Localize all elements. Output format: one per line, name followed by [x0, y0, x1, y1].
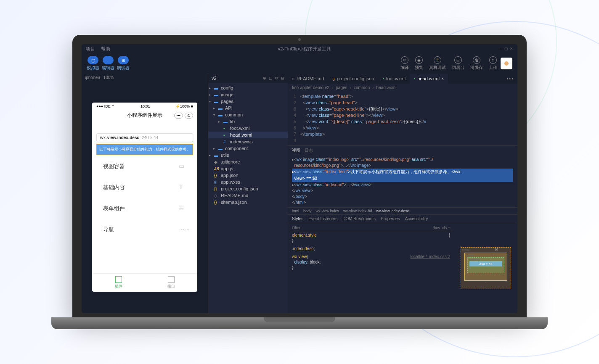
editor-tab[interactable]: ▪head.wxml× — [410, 74, 448, 84]
tree-item[interactable]: ▸▬component — [208, 145, 288, 152]
menu-item[interactable]: 视图容器▭ — [96, 157, 193, 176]
menu-item[interactable]: 基础内容𝕋 — [96, 178, 193, 197]
phone-tabbar: 组件接口 — [92, 273, 197, 292]
tab-overflow-icon[interactable]: ••• — [503, 76, 517, 81]
phone-navbar: 小程序组件展示 •••⊙ — [92, 110, 197, 121]
phone-preview[interactable]: ●●● IDE ⌃ 10:01 ⚡100% ■ 小程序组件展示 •••⊙ wx-… — [92, 103, 197, 292]
editor-tab[interactable]: {}project.config.json — [328, 74, 378, 84]
code-editor[interactable]: 1<template name="head">2 <view class="pa… — [288, 92, 517, 145]
phone-title: 小程序组件展示 — [127, 112, 162, 119]
devtools-tab[interactable]: 日志 — [305, 148, 313, 153]
toolbar-编辑器[interactable]: 编辑器 — [102, 56, 114, 71]
styles-filter-input[interactable] — [292, 226, 433, 230]
menu-project[interactable]: 项目 — [86, 46, 95, 52]
sim-device[interactable]: iphone6 — [85, 75, 100, 80]
add-rule-icon[interactable]: + — [448, 226, 450, 230]
phone-tab[interactable]: 接口 — [145, 274, 197, 292]
menu-item[interactable]: 表单组件☰ — [96, 199, 193, 218]
tree-item[interactable]: #index.wxss — [208, 138, 288, 145]
toolbar: ▢模拟器编辑器⊞调试器 ⟳编译◉预览📱真机调试⊟切后台🗑清缓存↥上传 — [82, 53, 517, 74]
toolbar-清缓存[interactable]: 🗑清缓存 — [470, 56, 483, 71]
crumb-item[interactable]: wx-view.index-hd — [343, 209, 372, 213]
window-title: v2-FinClip小程序开发工具 — [278, 46, 331, 52]
menubar: 项目 帮助 v2-FinClip小程序开发工具 —▢✕ — [82, 44, 517, 53]
menu-item[interactable]: 导航∘∘∘ — [96, 220, 193, 239]
crumb-item[interactable]: body — [303, 209, 312, 213]
tree-item[interactable]: {}project.config.json — [208, 185, 288, 192]
editor-tab[interactable]: ▪foot.wxml — [378, 74, 410, 84]
capsule-menu[interactable]: ••• — [174, 113, 183, 119]
elements-breadcrumb[interactable]: htmlbodywx-view.indexwx-view.index-hdwx-… — [288, 207, 517, 214]
toolbar-切后台[interactable]: ⊟切后台 — [452, 56, 464, 71]
capsule-close[interactable]: ⊙ — [185, 113, 193, 119]
window-controls[interactable]: —▢✕ — [499, 47, 513, 51]
tree-item[interactable]: ▸▬utils — [208, 152, 288, 158]
ide-window: 项目 帮助 v2-FinClip小程序开发工具 —▢✕ ▢模拟器编辑器⊞调试器 … — [82, 44, 517, 313]
phone-statusbar: ●●● IDE ⌃ 10:01 ⚡100% ■ — [92, 103, 197, 110]
styles-tab[interactable]: Accessibility — [405, 216, 428, 221]
simulator-panel: iphone6 100% ●●● IDE ⌃ 10:01 ⚡100% ■ 小程序… — [82, 74, 208, 313]
breadcrumb[interactable]: fino-applet-demo-v2›pages›common›head.wx… — [288, 84, 517, 92]
toolbar-编译[interactable]: ⟳编译 — [400, 56, 409, 71]
toolbar-模拟器[interactable]: ▢模拟器 — [87, 56, 99, 71]
editor-tabs: ◇README.md{}project.config.json▪foot.wxm… — [288, 74, 517, 84]
styles-pane[interactable]: :hov .cls + element.style {}.index-desc … — [288, 223, 454, 313]
tree-item[interactable]: ▪foot.wxml — [208, 125, 288, 132]
highlighted-element[interactable]: 以下将展示小程序官方组件能力，组件样式仅供参考。 — [96, 144, 193, 155]
tree-item[interactable]: #app.wxss — [208, 179, 288, 185]
sim-zoom[interactable]: 100% — [103, 75, 114, 80]
toolbar-上传[interactable]: ↥上传 — [489, 56, 497, 71]
tree-item[interactable]: ▸▬config — [208, 84, 288, 91]
tree-item[interactable]: ▸▬API — [208, 105, 288, 111]
editor-tab[interactable]: ◇README.md — [288, 74, 328, 84]
tree-item[interactable]: ◆.gitignore — [208, 158, 288, 165]
box-model[interactable]: margin10 border- padding- 240 × 44 - - - — [454, 223, 517, 313]
new-folder-icon[interactable]: ▢ — [269, 76, 273, 80]
menu-help[interactable]: 帮助 — [101, 46, 110, 52]
crumb-item[interactable]: wx-view.index-desc — [376, 209, 409, 213]
styles-tab[interactable]: Styles — [292, 216, 303, 221]
devtools-tab[interactable]: 视图 — [292, 148, 300, 153]
avatar[interactable] — [501, 58, 512, 69]
cls-toggle[interactable]: .cls — [441, 226, 447, 230]
tree-item[interactable]: {}app.json — [208, 172, 288, 179]
toolbar-调试器[interactable]: ⊞调试器 — [117, 56, 130, 71]
project-name[interactable]: v2 — [212, 76, 217, 81]
tree-item[interactable]: ▸▬lib — [208, 118, 288, 125]
toolbar-真机调试[interactable]: 📱真机调试 — [429, 56, 446, 71]
refresh-icon[interactable]: ⟳ — [275, 76, 278, 80]
styles-tab[interactable]: DOM Breakpoints — [342, 216, 376, 221]
toolbar-预览[interactable]: ◉预览 — [415, 56, 423, 71]
tree-item[interactable]: ▪head.wxml — [208, 132, 288, 138]
tree-item[interactable]: JSapp.js — [208, 165, 288, 172]
phone-tab[interactable]: 组件 — [92, 274, 145, 292]
file-explorer: v2 ⊕ ▢ ⟳ ⊟ ▸▬config▸▬image▾▬pages▸▬API▾▬… — [208, 74, 288, 313]
tree-item[interactable]: ▾▬pages — [208, 98, 288, 105]
tree-item[interactable]: {}sitemap.json — [208, 199, 288, 206]
editor-panel: ◇README.md{}project.config.json▪foot.wxm… — [288, 74, 517, 313]
tree-item[interactable]: ◇README.md — [208, 192, 288, 199]
inspect-tooltip: wx-view.index-desc 240 × 44 — [96, 133, 193, 142]
elements-tree[interactable]: ▸<wx-image class="index-logo" src="../re… — [288, 155, 517, 207]
tree-item[interactable]: ▾▬common — [208, 111, 288, 118]
styles-tab[interactable]: Event Listeners — [308, 216, 337, 221]
crumb-item[interactable]: html — [292, 209, 299, 213]
styles-tab[interactable]: Properties — [381, 216, 400, 221]
new-file-icon[interactable]: ⊕ — [263, 76, 266, 80]
tree-item[interactable]: ▸▬image — [208, 91, 288, 98]
devtools: 视图日志 ▸<wx-image class="index-logo" src="… — [288, 145, 517, 313]
crumb-item[interactable]: wx-view.index — [316, 209, 339, 213]
laptop-frame: 项目 帮助 v2-FinClip小程序开发工具 —▢✕ ▢模拟器编辑器⊞调试器 … — [72, 35, 527, 329]
collapse-icon[interactable]: ⊟ — [281, 76, 284, 80]
hov-toggle[interactable]: :hov — [433, 226, 440, 230]
